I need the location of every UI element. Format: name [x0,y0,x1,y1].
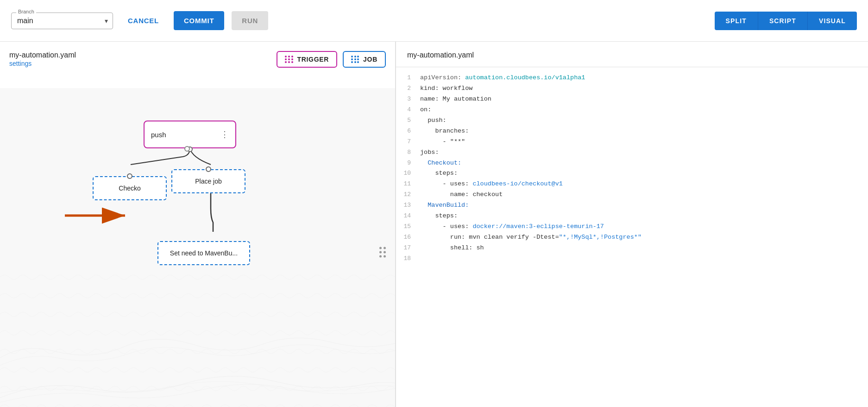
code-line-3: 3name: My automation [396,94,868,105]
visual-panel: my-automation.yaml settings TRIGGER [0,42,396,407]
place-job-node[interactable]: Place job [171,169,245,193]
visual-view-button[interactable]: VISUAL [807,12,857,30]
line-number-7: 7 [403,137,420,147]
job-button-label: JOB [363,56,377,63]
line-content-3: name: My automation [420,94,491,105]
code-line-9: 9 Checkout: [396,158,868,169]
code-line-5: 5 push: [396,115,868,126]
file-name-left: my-automation.yaml [9,51,76,59]
line-number-17: 17 [403,243,420,253]
top-bar: Branch main ▾ CANCEL COMMIT RUN SPLIT SC… [0,0,868,42]
arrow-indicator [60,206,134,227]
branch-select[interactable]: Branch main ▾ [11,13,113,29]
line-content-15: - uses: docker://maven:3-eclipse-temurin… [420,222,604,232]
code-line-4: 4on: [396,105,868,115]
place-job-connector-in [206,166,211,172]
line-number-3: 3 [403,94,420,104]
checkout-label: Checko [119,184,140,192]
line-content-14: steps: [420,211,458,222]
line-number-5: 5 [403,115,420,126]
trigger-node[interactable]: push ⋮ [144,121,236,148]
code-editor[interactable]: 1apiVersion: automation.cloudbees.io/v1a… [396,67,868,398]
code-line-7: 7 - "**" [396,137,868,147]
toolbar-buttons: TRIGGER JOB [277,51,386,68]
flow-container: push ⋮ Checko Place job [0,97,395,407]
canvas-area: push ⋮ Checko Place job [0,88,395,407]
script-view-button[interactable]: SCRIPT [758,12,807,30]
line-number-11: 11 [403,179,420,189]
line-number-8: 8 [403,147,420,158]
code-panel: my-automation.yaml 1apiVersion: automati… [396,42,868,407]
line-content-7: - "**" [420,137,465,147]
code-line-11: 11 - uses: cloudbees-io/checkout@v1 [396,179,868,190]
trigger-menu-icon[interactable]: ⋮ [220,129,229,140]
code-line-14: 14 steps: [396,211,868,222]
branch-value: main [17,17,33,25]
line-content-17: shell: sh [420,243,484,254]
line-content-11: - uses: cloudbees-io/checkout@v1 [420,179,563,190]
main-content: my-automation.yaml settings TRIGGER [0,42,868,407]
split-view-button[interactable]: SPLIT [715,12,758,30]
line-number-14: 14 [403,211,420,221]
code-line-18: 18 [396,254,868,264]
line-content-12: name: checkout [420,190,503,200]
panel-header: my-automation.yaml settings TRIGGER [9,51,386,68]
job-icon [351,56,359,63]
code-line-6: 6 branches: [396,126,868,137]
line-content-6: branches: [420,126,469,137]
line-content-16: run: mvn clean verify -Dtest="*,!MySql*,… [420,232,642,243]
set-need-label: Set need to MavenBu... [170,249,238,257]
line-content-4: on: [420,105,431,115]
trigger-icon [285,56,293,63]
place-job-label: Place job [195,178,222,185]
line-content-13: MavenBuild: [420,200,469,211]
commit-button[interactable]: COMMIT [174,11,224,30]
code-file-title: my-automation.yaml [396,51,868,67]
line-number-16: 16 [403,232,420,242]
checkout-node[interactable]: Checko [93,176,167,200]
cancel-button[interactable]: CANCEL [120,13,166,28]
line-content-5: push: [420,115,447,126]
trigger-button-label: TRIGGER [297,56,329,63]
code-line-12: 12 name: checkout [396,190,868,200]
branch-label: Branch [16,9,36,14]
canvas-drag-handle[interactable] [379,247,386,258]
trigger-button[interactable]: TRIGGER [277,51,337,68]
code-line-17: 17 shell: sh [396,243,868,254]
code-line-13: 13 MavenBuild: [396,200,868,211]
trigger-node-label: push [151,131,166,139]
job-button[interactable]: JOB [343,51,386,68]
code-line-1: 1apiVersion: automation.cloudbees.io/v1a… [396,73,868,83]
set-need-node[interactable]: Set need to MavenBu... [157,241,250,265]
line-number-18: 18 [403,254,420,264]
line-number-2: 2 [403,83,420,94]
line-number-1: 1 [403,73,420,83]
line-number-12: 12 [403,190,420,200]
line-number-10: 10 [403,168,420,178]
line-content-9: Checkout: [420,158,461,169]
code-line-15: 15 - uses: docker://maven:3-eclipse-temu… [396,222,868,232]
run-button[interactable]: RUN [232,11,268,30]
line-number-6: 6 [403,126,420,136]
line-content-8: jobs: [420,147,439,158]
line-number-9: 9 [403,158,420,168]
code-line-16: 16 run: mvn clean verify -Dtest="*,!MySq… [396,232,868,243]
view-toggle: SPLIT SCRIPT VISUAL [715,12,857,30]
code-line-2: 2kind: workflow [396,83,868,94]
checkout-connector-in [127,173,132,179]
settings-link[interactable]: settings [9,60,31,67]
line-content-1: apiVersion: automation.cloudbees.io/v1al… [420,73,585,83]
line-number-13: 13 [403,200,420,210]
line-number-4: 4 [403,105,420,115]
code-line-8: 8jobs: [396,147,868,158]
file-title-left: my-automation.yaml settings [9,51,76,68]
code-line-10: 10 steps: [396,168,868,179]
line-content-10: steps: [420,168,458,179]
push-top-connector [184,146,190,152]
line-number-15: 15 [403,222,420,232]
chevron-down-icon: ▾ [105,17,108,25]
line-content-2: kind: workflow [420,83,472,94]
